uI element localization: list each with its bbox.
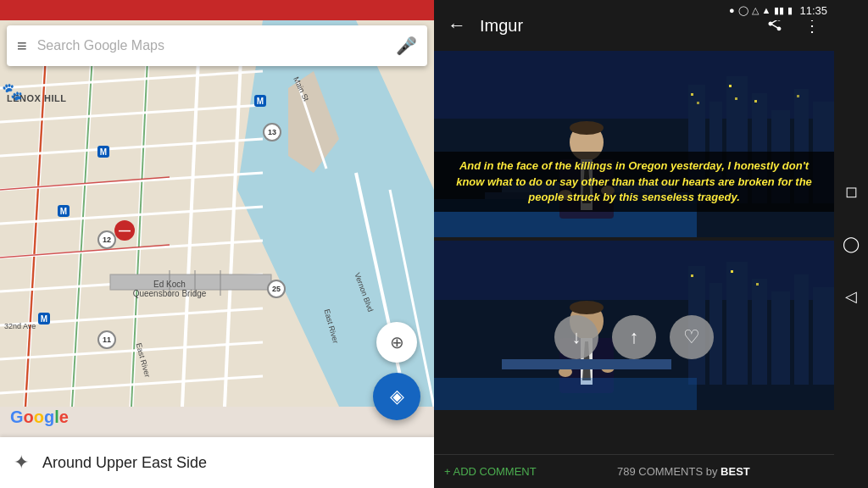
route-badge-13: 13 bbox=[263, 123, 281, 141]
action-buttons: ↓ ↑ ♡ bbox=[434, 315, 834, 359]
downvote-icon: ↓ bbox=[572, 326, 581, 348]
hamburger-icon[interactable]: ≡ bbox=[17, 36, 27, 56]
svg-rect-51 bbox=[729, 85, 732, 87]
map-background: M M M M bbox=[0, 20, 434, 407]
maps-bottom-bar: ✦ Around Upper East Side bbox=[0, 437, 434, 488]
signal-status-icon: ▮▮ bbox=[774, 5, 784, 16]
gps-icon: ⊕ bbox=[390, 332, 404, 352]
google-logo: Google bbox=[10, 408, 69, 427]
status-bar-imgur: ● ◯ △ ▲ ▮▮ ▮ 11:35 bbox=[434, 0, 834, 20]
paw-marker: 🐾 bbox=[2, 81, 23, 102]
add-comment-button[interactable]: + ADD COMMENT bbox=[444, 465, 537, 478]
svg-rect-84 bbox=[502, 359, 671, 369]
upvote-icon: ↑ bbox=[630, 326, 639, 348]
heart-icon: ♡ bbox=[683, 326, 700, 348]
location-name: Around Upper East Side bbox=[42, 454, 207, 472]
search-bar[interactable]: ≡ Search Google Maps 🎤 bbox=[7, 25, 427, 66]
svg-point-78 bbox=[570, 301, 604, 314]
search-input[interactable]: Search Google Maps bbox=[37, 38, 386, 53]
svg-text:M: M bbox=[41, 314, 47, 324]
comment-sort-label: BEST bbox=[721, 465, 750, 478]
bridge-label: Ed KochQueensboro Bridge bbox=[114, 280, 225, 298]
media-frame-1: And in the face of the killings in Orego… bbox=[434, 51, 834, 237]
status-bar-maps bbox=[0, 0, 434, 20]
battery-status-icon: ▮ bbox=[787, 5, 793, 16]
imgur-content: And in the face of the killings in Orego… bbox=[434, 51, 834, 488]
comment-by-label: by bbox=[706, 465, 718, 478]
street-label-32: 32nd Ave bbox=[4, 322, 36, 330]
svg-text:M: M bbox=[257, 97, 264, 106]
wifi-status-icon: ▲ bbox=[762, 5, 771, 15]
route-badge-25: 25 bbox=[267, 280, 286, 298]
gps-button[interactable]: ⊕ bbox=[376, 322, 417, 363]
svg-rect-53 bbox=[754, 100, 757, 103]
subtitle-bar-1: And in the face of the killings in Orego… bbox=[434, 152, 834, 212]
location-star-icon: ✦ bbox=[14, 452, 29, 474]
comment-count: 789 COMMENTS by BEST bbox=[543, 465, 824, 478]
downvote-button[interactable]: ↓ bbox=[554, 315, 598, 359]
directions-icon: ◈ bbox=[390, 385, 404, 408]
stop-marker: — bbox=[114, 220, 135, 241]
android-nav-bar: ◻ ◯ ◁ bbox=[834, 0, 868, 488]
subtitle-text-1: And in the face of the killings in Orego… bbox=[444, 158, 824, 205]
nav-back-icon[interactable]: ◁ bbox=[845, 287, 857, 306]
imgur-action-bar: + ADD COMMENT 789 COMMENTS by BEST bbox=[434, 454, 834, 488]
upvote-button[interactable]: ↑ bbox=[612, 315, 656, 359]
media-frame-2: ↓ ↑ ♡ bbox=[434, 241, 834, 410]
nav-circle-icon[interactable]: ◯ bbox=[843, 235, 860, 253]
comment-count-number: 789 COMMENTS bbox=[617, 465, 703, 478]
svg-rect-49 bbox=[691, 93, 693, 96]
mic-icon[interactable]: 🎤 bbox=[396, 36, 417, 56]
bluetooth-status-icon: ◯ bbox=[738, 5, 748, 16]
svg-rect-75 bbox=[731, 270, 733, 273]
location-status-icon: ● bbox=[729, 5, 735, 15]
route-badge-11: 11 bbox=[97, 330, 116, 349]
svg-rect-85 bbox=[434, 378, 697, 410]
alarm-status-icon: △ bbox=[752, 5, 759, 16]
svg-rect-74 bbox=[691, 274, 693, 277]
svg-text:M: M bbox=[100, 147, 107, 157]
nav-square-icon[interactable]: ◻ bbox=[845, 182, 858, 201]
imgur-panel: ← Imgur ⋮ bbox=[434, 0, 834, 488]
svg-rect-52 bbox=[735, 97, 737, 100]
svg-rect-54 bbox=[797, 95, 799, 97]
route-badge-12: 12 bbox=[97, 230, 116, 249]
svg-rect-76 bbox=[756, 283, 759, 286]
favorite-button[interactable]: ♡ bbox=[670, 315, 714, 359]
svg-text:M: M bbox=[60, 207, 67, 216]
svg-rect-50 bbox=[697, 102, 699, 104]
status-time: 11:35 bbox=[799, 4, 827, 17]
navigation-fab[interactable]: ◈ bbox=[373, 373, 420, 420]
maps-panel: M M M M 3rd Ave 2nd Ave 1st Avenue E 71s… bbox=[0, 0, 434, 488]
svg-point-59 bbox=[570, 121, 604, 135]
